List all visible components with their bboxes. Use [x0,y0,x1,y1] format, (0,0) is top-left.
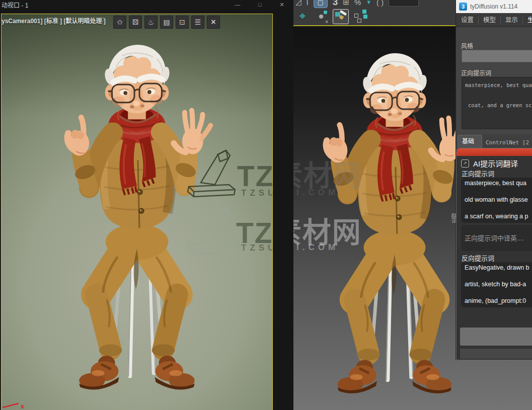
ai-pos-line: masterpiece, best qua [465,179,532,188]
world-axis-gizmo: x [3,396,33,410]
corner-marker-icon: ◿ [295,0,301,7]
watermark-brand: TZ素材网 [237,153,273,194]
ai-bottom-bar[interactable] [460,349,532,359]
positive-prompt-textarea[interactable]: masterpiece, best quali coat, and a gree… [462,77,532,129]
viewport-overlay-toolbar: ✩ ⚄ ♨ ▤ ⊡ ☰ × [113,16,220,29]
ai-pos-line: old woman with glasse [465,196,532,204]
floating-viewport-window: 动视口 - 1 — □ ✕ ysCamera001] [标准 ] [默认明暗处理… [0,0,293,410]
ai-window-title: AI提示词翻译 [473,158,518,169]
mini-square-outline2 [357,19,361,23]
positive-prompt-label: 正向提示词 [461,68,491,77]
window-titlebar[interactable]: 动视口 - 1 — □ ✕ [0,0,293,9]
watermark-brand: TZ素材网 [236,210,273,251]
prompt-line: coat, and a green scarf [465,100,532,110]
prompt-line: masterpiece, best quali [465,80,532,90]
camera-viewport[interactable]: ysCamera001] [标准 ] [默认明暗处理 ] ▽ ✩ ⚄ ♨ ▤ ⊡… [1,14,273,410]
viewport-camera-label[interactable]: ysCamera001] [标准 ] [默认明暗处理 ] [2,16,106,25]
mini-square-filled [362,10,366,14]
ai-pos-line: a scarf on, wearing a p [465,212,532,221]
teal-dot [324,11,327,14]
snap-toolbar-row: ◿ I ▢ 3 ⊞ % ▼ ( ) [295,0,419,8]
ibeam-icon: I [307,0,309,7]
tab-generate[interactable]: 生成 [523,16,532,24]
filter-funnel-icon[interactable]: ▽ [100,16,105,23]
3dsmax-logo-icon: 3 [459,3,467,11]
window-title: 动视口 - 1 [2,1,28,9]
tab-display[interactable]: 显示 [501,16,523,24]
maximize-button[interactable]: □ [249,0,271,9]
subtab-basic-settings[interactable]: 基础设置 [458,135,482,148]
axis-x-line [3,396,33,410]
tydiffusion-subtabs: 基础设置 ControlNet [2 [456,134,532,148]
style-label: 风格 [461,41,473,50]
render-setup-button[interactable] [333,9,349,24]
render-toolbar-row: ⌖ ● × [295,9,367,24]
translate-input[interactable] [461,225,532,251]
ai-negative-text[interactable]: EasyNegative, drawn b artist, sketch by … [461,262,532,307]
ai-neg-line: artist, sketch by bad-a [465,280,532,289]
tab-model[interactable]: 模型 [479,16,501,24]
save-icon[interactable]: ▤ [160,16,173,29]
selection-parens-icon[interactable]: ( ) [376,0,384,7]
settings-sliders-icon[interactable]: ☰ [191,16,204,29]
ai-bottom-input[interactable] [460,327,532,346]
tydiffusion-titlebar[interactable]: 3 tyDiffusion v1.114 [456,0,532,13]
snap-3d-icon[interactable]: 3 [333,0,338,8]
schematic-view-icon[interactable] [353,10,367,24]
character-render-right [316,50,474,408]
ai-window-header: ↗ AI提示词翻译 [461,158,518,169]
tab-settings[interactable]: 设置 [461,16,479,24]
expand-icon[interactable]: ↗ [461,159,469,168]
ai-positive-text[interactable]: masterpiece, best qua old woman with gla… [461,178,532,223]
ai-window-header-bar[interactable] [457,148,532,156]
tydiffusion-tabbar: 设置 模型 显示 生成 [456,13,532,27]
named-selection-dropdown[interactable] [389,0,419,7]
angle-snap-icon[interactable]: ⊞ [343,0,349,7]
dice-icon[interactable]: ⚄ [129,16,142,29]
mini-square-filled2 [363,15,367,19]
style-input[interactable] [462,50,532,62]
sphere-x-mark: × [325,19,328,25]
ai-positive-label: 正向提示词 [462,169,494,178]
watermark-domain: TZSUCAI.COM [241,188,273,198]
ai-translate-window: ↗ AI提示词翻译 正向提示词 masterpiece, best qua ol… [456,148,532,360]
subtab-controlnet[interactable]: ControlNet [2 [482,137,532,148]
mini-square-outline [354,14,358,18]
close-icon[interactable]: × [207,16,220,29]
star-icon[interactable]: ✩ [113,16,126,29]
target-icon: ⌖ [295,10,310,23]
snap-toggle-button[interactable]: ▢ [314,0,328,8]
ai-neg-line: anime, (bad_prompt:0 [465,297,532,305]
ai-negative-label: 反向提示词 [462,253,494,263]
ai-neg-line: EasyNegative, drawn b [465,264,532,272]
axis-x-label: x [21,402,24,410]
render-region-icon[interactable]: ⌖ [295,10,310,24]
character-render-left [57,42,217,405]
tydiffusion-title: tyDiffusion v1.114 [470,3,517,10]
flame-render-icon[interactable]: ♨ [144,16,158,29]
teal-square [335,12,340,17]
docked-vertical-tab[interactable]: 翻译 [451,213,456,242]
window-controls: — □ ✕ [226,0,293,9]
material-editor-icon[interactable]: ● × [314,10,328,24]
percent-snap-icon[interactable]: % [354,0,361,7]
dropdown-arrow-icon[interactable]: ▼ [366,0,371,5]
close-button[interactable]: ✕ [271,0,293,9]
watermark-domain: TZSUCAI.COM [241,243,273,253]
brush-tip [339,15,344,20]
display-monitor-icon[interactable]: ⊡ [176,16,189,29]
minimize-button[interactable]: — [226,0,249,9]
